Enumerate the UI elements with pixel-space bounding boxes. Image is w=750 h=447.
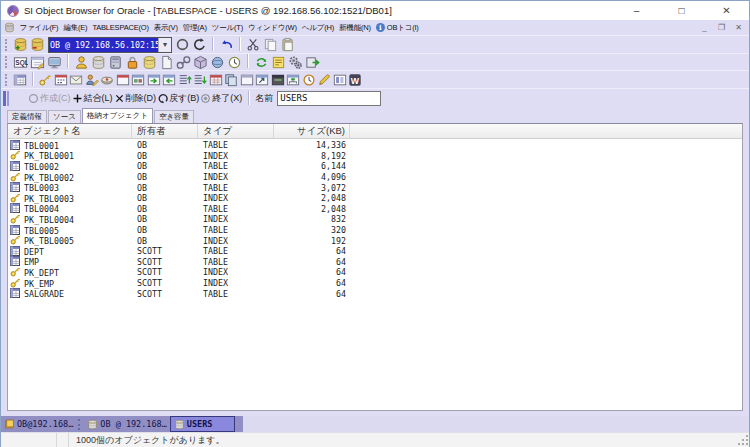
copy-stack-icon[interactable] [224,72,240,88]
window-red-icon[interactable] [115,72,131,88]
wlogo-icon[interactable]: W [348,72,364,88]
lock-icon[interactable] [124,54,141,70]
mdi-restore-button[interactable]: ❐ [715,22,728,33]
calendar-icon[interactable] [53,72,69,88]
table-row[interactable]: PK_DEPT SCOTT INDEX 64 [8,267,742,278]
columns-icon[interactable] [332,72,348,88]
refresh-icon[interactable] [191,37,208,53]
column-header-サイズ(KB)[interactable]: サイズ(KB) [274,124,350,138]
menu-OBトコ(I)[interactable]: iOBトコ(I) [373,23,421,33]
recycle-icon[interactable] [253,54,270,70]
table-row[interactable]: PK_TBL0001 OB INDEX 8,192 [8,151,742,162]
window-green-icon[interactable] [146,72,162,88]
list-up-icon[interactable] [177,72,193,88]
table-row[interactable]: PK_TBL0002 OB INDEX 4,096 [8,172,742,183]
dblink-icon[interactable] [175,54,192,70]
toolbar-gripper[interactable] [5,39,9,51]
window-org-icon[interactable] [286,72,302,88]
toolbar-gripper[interactable] [5,56,9,68]
delete-button[interactable]: 削除(D) [114,92,157,105]
column-header-所有者[interactable]: 所有者 [132,124,198,138]
paste-icon[interactable] [279,37,296,53]
close-form-button[interactable]: 終了(X) [200,92,242,105]
sql-editor-icon[interactable]: SQL [12,54,29,70]
gears-icon[interactable] [287,54,304,70]
menu-TABLESPACE(O)[interactable]: TABLESPACE(O) [90,23,151,32]
window-launch-icon[interactable] [255,72,271,88]
table-row[interactable]: PK_TBL0004 OB INDEX 832 [8,214,742,225]
primary-key-icon[interactable] [38,72,54,88]
table-row[interactable]: PK_EMP SCOTT INDEX 64 [8,278,742,289]
undo-icon[interactable] [218,37,235,53]
tab-空き容量[interactable]: 空き容量 [154,110,194,123]
db-connect-icon[interactable] [12,37,29,53]
toolbar-gripper[interactable] [5,74,9,86]
table-icon[interactable] [12,72,28,88]
export-icon[interactable] [304,54,321,70]
maximize-button[interactable]: □ [659,1,704,20]
close-button[interactable]: ✕ [704,1,749,20]
window-image-icon[interactable] [131,72,147,88]
table-row[interactable]: TBL0004 OB TABLE 2,048 [8,204,742,215]
table-row[interactable]: TBL0005 OB TABLE 320 [8,225,742,236]
connection-combobox[interactable]: OB @ 192.168.56.102:15 ▾ [48,37,172,53]
table-row[interactable]: PK_TBL0005 OB INDEX 192 [8,235,742,246]
window-green2-icon[interactable] [162,72,178,88]
name-input[interactable] [277,91,381,106]
menu-新機能(N)[interactable]: 新機能(N) [337,23,374,33]
mdi-close-button[interactable]: ✕ [732,22,745,33]
mdi-minimize-button[interactable]: _ [698,22,711,33]
tab-定義情報[interactable]: 定義情報 [7,110,47,123]
resize-grip[interactable] [737,434,749,446]
window-dark-icon[interactable] [270,72,286,88]
server-icon[interactable] [107,54,124,70]
job-icon[interactable] [226,54,243,70]
pen-icon[interactable] [317,72,333,88]
copy-icon[interactable] [262,37,279,53]
table-row[interactable]: TBL0001 OB TABLE 14,336 [8,140,742,151]
table-row[interactable]: EMP SCOTT TABLE 64 [8,257,742,268]
window-grid-icon[interactable] [208,72,224,88]
user-edit-icon[interactable] [84,72,100,88]
menu-表示(V)[interactable]: 表示(V) [151,23,180,33]
file-icon[interactable] [158,54,175,70]
tab-ソース[interactable]: ソース [48,110,81,123]
create-button[interactable]: 作成(C) [28,92,71,105]
sphere-icon[interactable] [209,54,226,70]
window-tab-USERS[interactable]: USERS [170,416,236,432]
package-icon[interactable] [192,54,209,70]
table-row[interactable]: TBL0002 OB TABLE 6,144 [8,161,742,172]
column-header-オブジェクト名[interactable]: オブジェクト名 [8,124,132,138]
mail-icon[interactable] [69,72,85,88]
combobox-dropdown-icon[interactable]: ▾ [158,38,171,52]
tab-格納オブジェクト[interactable]: 格納オブジェクト [82,108,153,123]
table-row[interactable]: DEPT SCOTT TABLE 64 [8,246,742,257]
list-down-icon[interactable] [193,72,209,88]
table-row[interactable]: PK_TBL0003 OB INDEX 2,048 [8,193,742,204]
user-icon[interactable] [73,54,90,70]
note-icon[interactable] [270,54,287,70]
menu-ツール(T)[interactable]: ツール(T) [209,23,245,33]
database-icon[interactable] [90,54,107,70]
db-disconnect-icon[interactable] [29,37,46,53]
bowl-icon[interactable] [100,72,116,88]
object-edit-icon[interactable] [29,54,46,70]
window-tab-OB @ 192.168…[interactable]: OB @ 192.168… [84,416,170,432]
revert-button[interactable]: 戻す(B) [157,92,199,105]
menu-ウィンドウ(W)[interactable]: ウィンドウ(W) [245,23,299,33]
column-header-タイプ[interactable]: タイプ [198,124,274,138]
window-tab-OB@192.168…[interactable]: OB@192.168… [1,416,76,432]
record-icon[interactable] [174,37,191,53]
menu-ファイル(F)[interactable]: ファイル(F) [17,23,61,33]
cut-icon[interactable] [245,37,262,53]
tablespace-icon[interactable] [141,54,158,70]
menu-ヘルプ(H)[interactable]: ヘルプ(H) [299,23,336,33]
session-monitor-icon[interactable] [46,54,63,70]
menu-編集(E)[interactable]: 編集(E) [61,23,90,33]
clock-icon[interactable] [301,72,317,88]
table-row[interactable]: SALGRADE SCOTT TABLE 64 [8,288,742,299]
join-button[interactable]: 結合(L) [72,92,113,105]
minimize-button[interactable]: – [614,1,659,20]
table-row[interactable]: TBL0003 OB TABLE 3,072 [8,182,742,193]
menu-管理(A)[interactable]: 管理(A) [180,23,209,33]
